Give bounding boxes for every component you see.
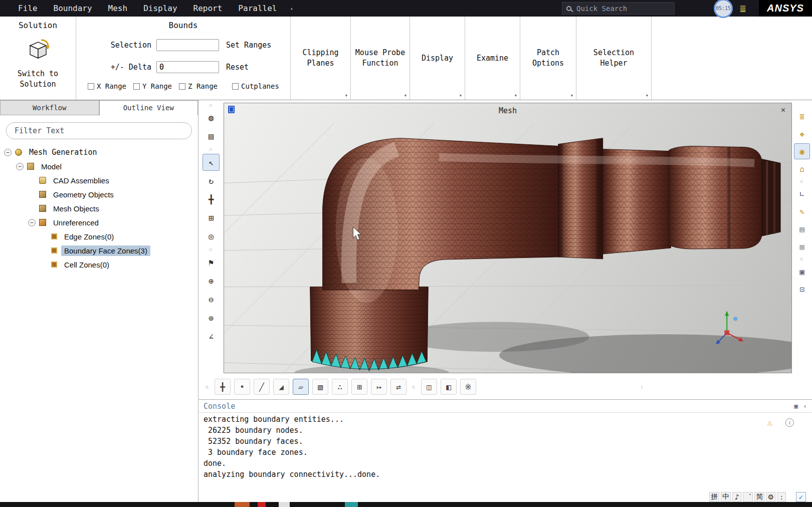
menu-item-report[interactable]: Report xyxy=(185,0,231,17)
zoom-out-icon[interactable]: ⊖ xyxy=(202,291,220,308)
tab-workflow[interactable]: Workflow xyxy=(0,100,99,115)
reset-button[interactable]: Reset xyxy=(226,63,249,72)
checkbox-cutplanes[interactable]: Cutplanes xyxy=(232,82,279,90)
fit-sphere-icon[interactable]: ◍ xyxy=(202,109,220,126)
tree-item-boundary-face-zones-3[interactable]: Boundary Face Zones(3) xyxy=(0,243,198,258)
console-collapse-icon[interactable]: ‹ xyxy=(803,402,807,410)
measure-tool-icon[interactable]: ∠ xyxy=(202,328,220,345)
ribbon-group-patch-options[interactable]: Patch Options▾ xyxy=(520,17,576,100)
tree-item-edge-zones-0[interactable]: Edge Zones(0) xyxy=(0,229,198,243)
ime-item[interactable]: ⚙ xyxy=(766,492,775,502)
solid-cube-display-icon[interactable]: ▧ xyxy=(312,379,328,395)
magnifier-icon[interactable]: ◎ xyxy=(202,228,220,245)
menu-item-boundary[interactable]: Boundary xyxy=(46,0,100,17)
new-window-icon[interactable]: ▣ xyxy=(794,264,810,280)
switch-to-solution-button[interactable]: Switch to Solution xyxy=(0,38,76,90)
warning-icon[interactable]: ⚠ xyxy=(767,417,772,428)
chevron-down-icon[interactable]: ▾ xyxy=(645,92,649,99)
highlight-ball-icon[interactable]: ◉ xyxy=(794,143,810,159)
taskbar[interactable] xyxy=(0,502,812,507)
ime-item[interactable]: 简 xyxy=(754,492,764,502)
taskbar-item[interactable] xyxy=(235,502,250,507)
zoom-fit-icon[interactable]: ⊚ xyxy=(202,310,220,327)
chevron-down-icon[interactable]: ▾ xyxy=(403,92,407,99)
menu-item-display[interactable]: Display xyxy=(135,0,185,17)
info-icon[interactable]: i xyxy=(785,418,794,427)
ime-bar[interactable]: 拼中♪゛简⚙: xyxy=(709,492,786,502)
filter-input[interactable] xyxy=(6,122,192,139)
wireframe-display-icon[interactable]: ╱ xyxy=(254,379,270,395)
ime-item[interactable]: : xyxy=(777,492,786,502)
graphics-window[interactable]: Mesh ✕ xyxy=(224,103,792,373)
axes-plot-icon[interactable]: ∟ xyxy=(794,186,810,202)
tree-expander-icon[interactable]: − xyxy=(16,163,24,170)
chevron-down-icon[interactable]: ▾ xyxy=(459,92,462,99)
toolbar-drag-handle[interactable]: ⁞ xyxy=(639,384,645,390)
report-doc-icon[interactable]: ▤ xyxy=(794,221,810,237)
chevron-down-icon[interactable]: ▾ xyxy=(514,92,517,99)
checkbox-y-range[interactable]: Y Range xyxy=(133,82,172,90)
ime-item[interactable]: 中 xyxy=(721,492,731,502)
swap-arrows-icon[interactable]: ⇄ xyxy=(390,379,407,395)
ribbon-group-clipping-planes[interactable]: Clipping Planes▾ xyxy=(291,17,351,100)
selection-input[interactable] xyxy=(156,39,219,51)
ribbon-group-selection-helper[interactable]: Selection Helper▾ xyxy=(576,17,652,100)
cylinder-display-icon[interactable]: ◫ xyxy=(421,379,437,395)
rotate-view-icon[interactable]: ↻ xyxy=(202,172,220,189)
tree-item-cell-zones-0[interactable]: Cell Zones(0) xyxy=(0,258,198,272)
menu-item-parallel[interactable]: Parallel xyxy=(230,0,285,17)
ime-item[interactable]: 拼 xyxy=(709,492,719,502)
tree-expander-icon[interactable]: − xyxy=(4,149,12,156)
zoom-in-icon[interactable]: ⊕ xyxy=(202,273,220,290)
tree-item-unreferenced[interactable]: −Unreferenced xyxy=(0,215,198,229)
ribbon-group-mouse-probe-function[interactable]: Mouse Probe Function▾ xyxy=(351,17,410,100)
annotate-pen-icon[interactable]: ✎ xyxy=(794,203,810,219)
taskbar-item[interactable] xyxy=(258,502,266,507)
notes-icon[interactable]: ≣ xyxy=(740,3,746,15)
delta-input[interactable] xyxy=(156,61,219,73)
pan-view-icon[interactable]: ╋ xyxy=(202,191,220,208)
tab-outline-view[interactable]: Outline View xyxy=(99,100,198,115)
cylinder-shaded-icon[interactable]: ◧ xyxy=(441,379,457,395)
close-icon[interactable]: ✕ xyxy=(781,105,785,114)
tree-item-model[interactable]: −Model xyxy=(0,159,198,173)
taskbar-item[interactable] xyxy=(345,502,358,507)
ime-item[interactable]: ♪ xyxy=(732,492,741,502)
taskbar-item[interactable] xyxy=(279,502,290,507)
menu-item-mesh[interactable]: Mesh xyxy=(100,0,136,17)
ribbon-group-examine[interactable]: Examine▾ xyxy=(465,17,520,100)
edge-direction-icon[interactable]: ↦ xyxy=(371,379,387,395)
move-object-icon[interactable]: ╋ xyxy=(215,379,231,395)
snapshot-camera-icon[interactable]: ⊡ xyxy=(794,281,810,297)
ribbon-collapse-icon[interactable]: ▴ xyxy=(290,5,293,12)
tree-item-geometry-objects[interactable]: Geometry Objects xyxy=(0,187,198,201)
outline-display-icon[interactable]: ▱ xyxy=(293,379,309,395)
tree-item-mesh-generation[interactable]: −Mesh Generation xyxy=(0,145,198,159)
perspective-view-icon[interactable]: ▤ xyxy=(202,128,220,145)
mesh-3d-scene[interactable] xyxy=(224,103,791,373)
grid-display-icon[interactable]: ▦ xyxy=(794,238,810,255)
hand-tool-icon[interactable]: ❖ xyxy=(794,126,810,142)
select-cursor-icon[interactable]: ↖ xyxy=(202,154,220,171)
ribbon-group-display[interactable]: Display▾ xyxy=(410,17,465,100)
console-output[interactable]: extracting boundary entities... 26225 bo… xyxy=(198,413,812,501)
tree-expander-icon[interactable]: − xyxy=(28,219,36,226)
chevron-down-icon[interactable]: ▾ xyxy=(570,92,573,99)
ime-check-icon[interactable]: ✓ xyxy=(796,492,806,502)
points-display-icon[interactable]: • xyxy=(234,379,250,395)
console-detach-icon[interactable]: ▣ xyxy=(794,402,798,410)
tree-item-mesh-objects[interactable]: Mesh Objects xyxy=(0,201,198,215)
quick-search[interactable] xyxy=(562,2,675,15)
menu-item-file[interactable]: File xyxy=(10,0,46,17)
spheres-display-icon[interactable]: ∴ xyxy=(332,379,348,395)
shaded-display-icon[interactable]: ◢ xyxy=(273,379,289,395)
clip-flag-icon[interactable]: ⚑ xyxy=(202,254,220,271)
zoom-box-icon[interactable]: ⊞ xyxy=(202,209,220,226)
graph-nodes-icon[interactable]: ※ xyxy=(460,379,476,395)
search-input[interactable] xyxy=(576,5,662,13)
set-ranges-button[interactable]: Set Ranges xyxy=(226,41,271,50)
checkbox-x-range[interactable]: X Range xyxy=(88,82,126,90)
tree-item-cad-assemblies[interactable]: CAD Assemblies xyxy=(0,173,198,187)
layers-icon[interactable]: ≣ xyxy=(794,108,810,124)
ime-item[interactable]: ゛ xyxy=(743,492,753,502)
